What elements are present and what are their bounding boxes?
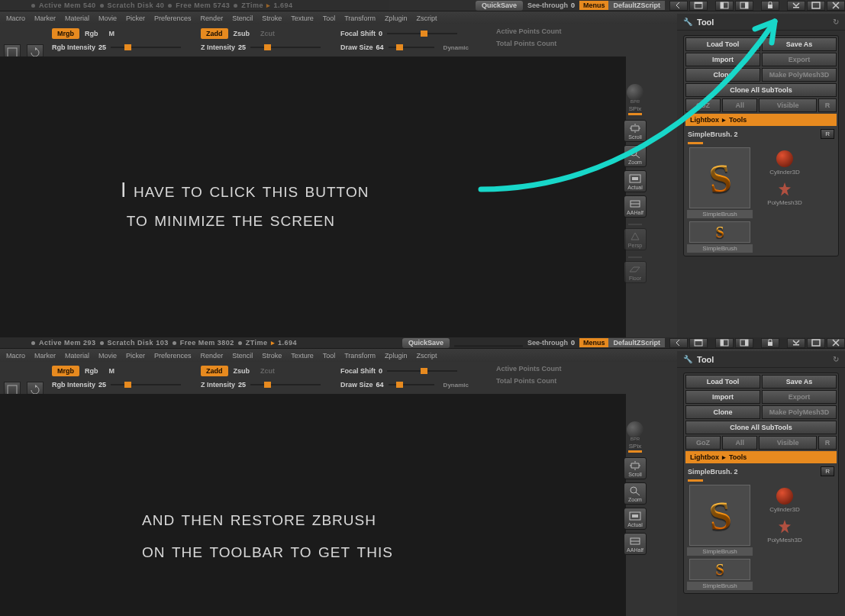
goz-all-button[interactable]: All: [722, 98, 757, 112]
goz-r-button[interactable]: R: [818, 98, 837, 112]
menu-macro[interactable]: Macro: [6, 352, 25, 360]
save-as-button[interactable]: Save As: [762, 375, 837, 389]
aahalf-button[interactable]: AAHalf: [624, 195, 647, 218]
tool-thumb-polymesh3d[interactable]: PolyMesh3D: [756, 515, 814, 546]
zadd-button[interactable]: Zadd: [201, 28, 228, 39]
focal-shift-slider[interactable]: [387, 33, 457, 34]
rgb-intensity-slider[interactable]: [111, 47, 181, 48]
goz-button[interactable]: GoZ: [685, 98, 721, 112]
tool-thumb-cylinder3d[interactable]: Cylinder3D: [756, 147, 814, 178]
persp-button[interactable]: Persp: [624, 228, 647, 250]
rgb-intensity-slider[interactable]: [111, 384, 181, 385]
menu-stroke[interactable]: Stroke: [262, 352, 282, 360]
dock-right-icon[interactable]: [735, 1, 753, 11]
close-icon[interactable]: [827, 338, 845, 348]
menu-zscript[interactable]: Zscript: [416, 15, 437, 22]
clone-all-subtools-button[interactable]: Clone All SubTools: [685, 83, 837, 97]
menu-tool[interactable]: Tool: [323, 15, 336, 22]
menu-stencil[interactable]: Stencil: [232, 15, 253, 22]
menu-render[interactable]: Render: [201, 352, 224, 360]
layout-next-icon[interactable]: [689, 338, 708, 348]
menu-zscript[interactable]: Zscript: [416, 352, 437, 360]
zoom-button[interactable]: Zoom: [624, 145, 647, 167]
menu-texture[interactable]: Texture: [291, 15, 314, 22]
menu-movie[interactable]: Movie: [98, 352, 117, 360]
menus-button[interactable]: Menus: [579, 1, 609, 10]
menu-stencil[interactable]: Stencil: [232, 352, 253, 360]
clone-all-subtools-button[interactable]: Clone All SubTools: [685, 421, 837, 434]
mrgb-button[interactable]: Mrgb: [52, 366, 79, 376]
menu-transform[interactable]: Transform: [344, 352, 376, 360]
save-as-button[interactable]: Save As: [762, 37, 837, 51]
lightbox-tools-button[interactable]: Lightbox▸Tools: [685, 114, 837, 126]
layout-next-icon[interactable]: [689, 1, 708, 11]
dock-left-icon[interactable]: [715, 1, 734, 11]
menu-tool[interactable]: Tool: [323, 352, 336, 360]
menu-zplugin[interactable]: Zplugin: [385, 352, 408, 360]
goz-visible-button[interactable]: Visible: [759, 98, 817, 112]
lightbox-tools-button[interactable]: Lightbox▸Tools: [685, 451, 837, 463]
lock-icon[interactable]: [761, 338, 779, 348]
mrgb-button[interactable]: Mrgb: [52, 28, 79, 39]
menu-marker[interactable]: Marker: [34, 15, 56, 22]
clone-button[interactable]: Clone: [685, 405, 760, 419]
import-button[interactable]: Import: [685, 390, 760, 404]
menu-stroke[interactable]: Stroke: [262, 15, 282, 22]
zsub-button[interactable]: Zsub: [228, 28, 256, 39]
menu-preferences[interactable]: Preferences: [154, 15, 192, 22]
make-polymesh-button[interactable]: Make PolyMesh3D: [762, 405, 837, 419]
tool-thumb-simplebrush[interactable]: S SimpleBrush: [687, 147, 753, 218]
z-intensity-slider[interactable]: [250, 47, 321, 48]
actual-button[interactable]: Actual: [624, 170, 647, 192]
default-zscript-button[interactable]: DefaultZScript: [608, 1, 665, 10]
z-intensity-slider[interactable]: [250, 384, 321, 385]
tool-r-button[interactable]: R: [821, 466, 834, 476]
tool-thumb-polymesh3d[interactable]: PolyMesh3D: [756, 178, 814, 208]
goz-all-button[interactable]: All: [722, 436, 757, 450]
maximize-icon[interactable]: [807, 338, 825, 348]
menu-transform[interactable]: Transform: [344, 15, 376, 22]
close-icon[interactable]: [827, 1, 845, 11]
menu-marker[interactable]: Marker: [34, 352, 56, 360]
minimize-icon[interactable]: [787, 338, 805, 348]
focal-shift-slider[interactable]: [387, 370, 457, 372]
menu-macro[interactable]: Macro: [6, 15, 25, 22]
goz-button[interactable]: GoZ: [685, 436, 721, 450]
reload-icon[interactable]: ↻: [833, 355, 839, 363]
zadd-button[interactable]: Zadd: [201, 366, 228, 376]
draw-size-slider[interactable]: [389, 384, 434, 385]
draw-size-slider[interactable]: [389, 47, 434, 48]
dock-left-icon[interactable]: [715, 338, 734, 348]
menu-zplugin[interactable]: Zplugin: [385, 15, 408, 22]
dynamic-label[interactable]: Dynamic: [443, 44, 469, 51]
bpr-sphere-icon[interactable]: [627, 84, 643, 101]
tool-thumb-simplebrush-small[interactable]: S SimpleBrush: [687, 221, 753, 253]
tool-thumb-simplebrush[interactable]: S SimpleBrush: [687, 485, 753, 556]
dynamic-label[interactable]: Dynamic: [443, 382, 469, 389]
tool-r-button[interactable]: R: [821, 129, 834, 139]
default-zscript-button[interactable]: DefaultZScript: [608, 338, 665, 347]
tool-thumb-cylinder3d[interactable]: Cylinder3D: [756, 485, 814, 515]
zcut-button[interactable]: Zcut: [255, 28, 280, 39]
goz-visible-button[interactable]: Visible: [759, 436, 817, 450]
bpr-sphere-icon[interactable]: [627, 421, 643, 438]
rgb-button[interactable]: Rgb: [79, 366, 104, 376]
scroll-button[interactable]: Scroll: [624, 457, 647, 479]
menu-render[interactable]: Render: [201, 15, 224, 22]
m-button[interactable]: M: [104, 28, 121, 39]
floor-button[interactable]: Floor: [624, 261, 647, 283]
clone-button[interactable]: Clone: [685, 68, 760, 82]
menu-movie[interactable]: Movie: [98, 15, 117, 22]
zoom-button[interactable]: Zoom: [624, 482, 647, 505]
reload-icon[interactable]: ↻: [833, 18, 839, 26]
m-button[interactable]: M: [104, 366, 121, 376]
quicksave-button[interactable]: QuickSave: [402, 338, 450, 348]
menu-material[interactable]: Material: [65, 15, 89, 22]
make-polymesh-button[interactable]: Make PolyMesh3D: [762, 68, 837, 82]
menu-material[interactable]: Material: [65, 352, 89, 360]
load-tool-button[interactable]: Load Tool: [685, 37, 760, 51]
menu-picker[interactable]: Picker: [126, 352, 145, 360]
tool-thumb-simplebrush-small[interactable]: S SimpleBrush: [687, 559, 753, 590]
import-button[interactable]: Import: [685, 53, 760, 66]
layout-prev-icon[interactable]: [669, 338, 688, 348]
